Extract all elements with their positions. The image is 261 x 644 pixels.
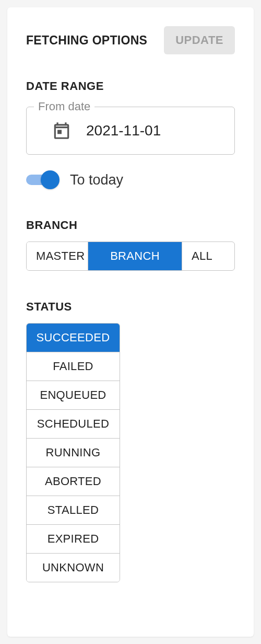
- calendar-icon: [52, 121, 72, 141]
- status-option-failed[interactable]: FAILED: [27, 352, 120, 381]
- to-today-label: To today: [70, 172, 123, 188]
- status-option-aborted[interactable]: ABORTED: [27, 467, 120, 496]
- switch-thumb: [41, 170, 60, 189]
- from-date-legend: From date: [34, 100, 94, 113]
- status-option-stalled[interactable]: STALLED: [27, 496, 120, 525]
- fetching-options-title: FETCHING OPTIONS: [26, 33, 147, 48]
- from-date-value: 2021-11-01: [86, 122, 161, 139]
- status-option-running[interactable]: RUNNING: [27, 439, 120, 467]
- svg-rect-0: [57, 130, 62, 134]
- status-option-expired[interactable]: EXPIRED: [27, 525, 120, 554]
- status-option-enqueued[interactable]: ENQUEUED: [27, 381, 120, 410]
- status-title: STATUS: [26, 300, 235, 314]
- status-button-group: SUCCEEDED FAILED ENQUEUED SCHEDULED RUNN…: [26, 323, 120, 582]
- branch-button-group: MASTER BRANCH ALL: [26, 242, 235, 271]
- status-option-scheduled[interactable]: SCHEDULED: [27, 410, 120, 439]
- status-section: STATUS SUCCEEDED FAILED ENQUEUED SCHEDUL…: [26, 300, 235, 582]
- branch-title: BRANCH: [26, 218, 235, 232]
- status-option-unknown[interactable]: UNKNOWN: [27, 554, 120, 582]
- header-row: FETCHING OPTIONS UPDATE: [26, 26, 235, 54]
- to-today-toggle[interactable]: [26, 170, 60, 189]
- branch-option-branch[interactable]: BRANCH: [88, 242, 182, 270]
- status-option-succeeded[interactable]: SUCCEEDED: [27, 324, 120, 352]
- to-today-row: To today: [26, 170, 235, 189]
- date-range-section: DATE RANGE From date 2021-11-01 To today: [26, 79, 235, 189]
- from-date-field[interactable]: From date 2021-11-01: [26, 107, 235, 155]
- update-button[interactable]: UPDATE: [164, 26, 235, 54]
- options-card: FETCHING OPTIONS UPDATE DATE RANGE From …: [7, 7, 254, 637]
- branch-option-master[interactable]: MASTER: [27, 242, 88, 270]
- branch-option-all[interactable]: ALL: [182, 242, 222, 270]
- branch-section: BRANCH MASTER BRANCH ALL: [26, 218, 235, 271]
- date-range-title: DATE RANGE: [26, 79, 235, 93]
